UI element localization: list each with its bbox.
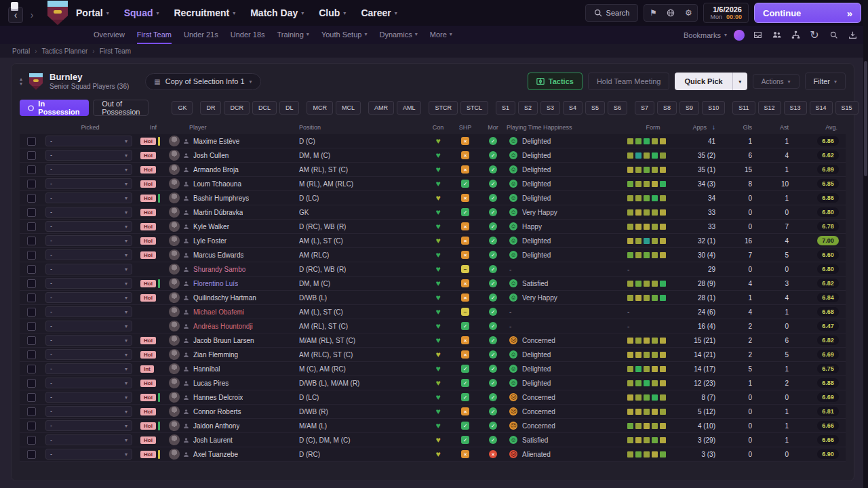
table-row[interactable]: -▾HolAxel TuanzebeD (RC)♥××☹Alienated3 (… (20, 447, 846, 462)
position-filter-s6[interactable]: S6 (608, 101, 627, 115)
actions-button[interactable]: Actions ▾ (753, 74, 800, 89)
header-shp[interactable]: SHP (451, 124, 479, 131)
gear-icon[interactable]: ⚙ (679, 5, 697, 21)
player-name[interactable]: Quilindschy Hartman (193, 294, 256, 302)
subnav-item-training[interactable]: Training▾ (277, 26, 309, 44)
table-row[interactable]: -▾HolQuilindschy HartmanD/WB (L)♥×✓☺Very… (20, 291, 846, 305)
header-player[interactable]: Player (169, 124, 299, 131)
search-button[interactable]: Search (585, 4, 639, 22)
row-checkbox[interactable] (27, 393, 36, 402)
player-name[interactable]: Lucas Pires (193, 380, 229, 387)
org-chart-icon[interactable] (789, 29, 802, 41)
position-filter-stcl[interactable]: STCL (460, 101, 488, 115)
header-happiness[interactable]: Playing Time Happiness (507, 124, 623, 131)
row-checkbox[interactable] (27, 422, 36, 430)
position-filter-aml[interactable]: AML (397, 101, 422, 115)
row-checkbox[interactable] (27, 336, 36, 345)
position-filter-s5[interactable]: S5 (585, 101, 605, 115)
position-filter-s13[interactable]: S13 (784, 101, 807, 115)
picked-dropdown[interactable]: -▾ (45, 306, 132, 317)
row-checkbox[interactable] (27, 237, 36, 245)
row-checkbox[interactable] (27, 194, 36, 203)
downloads-icon[interactable] (846, 29, 859, 41)
row-checkbox[interactable] (27, 165, 36, 174)
table-row[interactable]: -▾HolLucas PiresD/WB (L), M/AM (R)♥✓✓☺De… (20, 376, 846, 390)
player-name[interactable]: Kyle Walker (193, 223, 229, 230)
tab-out-of-possession[interactable]: Out of Possession (93, 100, 149, 116)
inbox-icon[interactable] (751, 29, 764, 41)
position-filter-mcl[interactable]: MCL (336, 101, 361, 115)
picked-dropdown[interactable]: -▾ (45, 221, 132, 232)
bookmarks-dropdown[interactable]: Bookmarks ▾ (684, 31, 727, 39)
nav-item-career[interactable]: Career▾ (361, 7, 397, 18)
table-row[interactable]: -▾HolJacob Bruun LarsenM/AM (RL), ST (C)… (20, 333, 846, 348)
table-row[interactable]: -▾HolKyle WalkerD (RC), WB (R)♥×✓☺Happy3… (20, 220, 846, 234)
row-checkbox[interactable] (27, 251, 36, 260)
header-gls[interactable]: Gls (726, 124, 763, 131)
table-row[interactable]: -▾Shurandy SamboD (RC), WB (R)♥−✓--29006… (20, 262, 846, 277)
position-filter-gk[interactable]: GK (172, 101, 193, 115)
picked-dropdown[interactable]: -▾ (45, 164, 132, 175)
row-checkbox[interactable] (27, 365, 36, 373)
continue-button[interactable]: Continue » (754, 3, 861, 23)
quick-pick-button[interactable]: Quick Pick ▾ (675, 73, 747, 90)
hold-team-meeting-button[interactable]: Hold Team Meeting (588, 73, 670, 90)
position-filter-dr[interactable]: DR (200, 101, 221, 115)
row-checkbox[interactable] (27, 222, 36, 231)
picked-dropdown[interactable]: -▾ (45, 192, 132, 203)
subnav-item-under-21s[interactable]: Under 21s (184, 26, 218, 44)
breadcrumb-item[interactable]: Tactics Planner (41, 47, 87, 55)
position-filter-s12[interactable]: S12 (758, 101, 781, 115)
row-checkbox[interactable] (27, 308, 36, 317)
player-name[interactable]: Martin Dúbravka (193, 209, 243, 216)
player-name[interactable]: Connor Roberts (193, 408, 241, 415)
header-avg[interactable]: Avg. (800, 124, 846, 131)
row-checkbox[interactable] (27, 322, 36, 331)
table-row[interactable]: -▾HolMaxime EstèveD (C)♥×✓☺Delighted4111… (20, 134, 846, 148)
position-filter-dcl[interactable]: DCL (252, 101, 277, 115)
row-checkbox[interactable] (27, 379, 36, 388)
player-name[interactable]: Hannibal (193, 365, 220, 373)
table-row[interactable]: -▾HolLyle FosterAM (L), ST (C)♥×✓☺Deligh… (20, 234, 846, 248)
row-checkbox[interactable] (27, 208, 36, 217)
tab-in-possession[interactable]: In Possession (20, 100, 89, 116)
picked-dropdown[interactable]: -▾ (45, 321, 132, 331)
player-name[interactable]: Andréas Hountondji (193, 323, 253, 330)
position-filter-stcr[interactable]: STCR (429, 101, 458, 115)
position-filter-s8[interactable]: S8 (657, 101, 677, 115)
nav-item-match-day[interactable]: Match Day▾ (250, 7, 304, 18)
table-row[interactable]: -▾HolConnor RobertsD/WB (R)♥×✓☹Concerned… (20, 405, 846, 419)
picked-dropdown[interactable]: -▾ (45, 434, 132, 445)
header-position[interactable]: Position (299, 124, 425, 131)
table-row[interactable]: -▾HolArmando BrojaAM (RL), ST (C)♥×✓☺Del… (20, 163, 846, 177)
table-row[interactable]: -▾HolJosh LaurentD (C), DM, M (C)♥✓✓☺Sat… (20, 433, 846, 447)
table-row[interactable]: -▾Andréas HountondjiAM (RL), ST (C)♥✓✓--… (20, 319, 846, 333)
header-inf[interactable]: Inf (138, 124, 169, 131)
row-checkbox[interactable] (27, 265, 36, 274)
sync-icon[interactable]: ↻ (808, 29, 821, 41)
breadcrumb-item[interactable]: Portal (12, 47, 30, 55)
globe-icon[interactable] (662, 5, 679, 21)
row-checkbox[interactable] (27, 350, 36, 359)
picked-dropdown[interactable]: -▾ (45, 335, 132, 346)
picked-dropdown[interactable]: -▾ (45, 363, 132, 374)
picked-dropdown[interactable]: -▾ (45, 264, 132, 274)
player-name[interactable]: Loum Tchaouna (193, 180, 241, 188)
row-checkbox[interactable] (27, 436, 36, 445)
filter-button[interactable]: Filter ▾ (805, 73, 846, 90)
position-filter-dcr[interactable]: DCR (224, 101, 250, 115)
position-filter-s15[interactable]: S15 (835, 101, 859, 115)
squad-icon[interactable] (770, 29, 783, 41)
table-row[interactable]: -▾HolLoum TchaounaM (RL), AM (RLC)♥✓✓☺De… (20, 177, 846, 191)
header-ast[interactable]: Ast (763, 124, 800, 131)
position-filter-s3[interactable]: S3 (540, 101, 560, 115)
scrollbar-thumb[interactable] (864, 61, 867, 176)
table-row[interactable]: -▾HolMarcus EdwardsAM (RLC)♥×✓☺Delighted… (20, 248, 846, 262)
row-checkbox[interactable] (27, 450, 36, 459)
subnav-item-youth-setup[interactable]: Youth Setup▾ (321, 26, 368, 44)
table-row[interactable]: -▾HolJaidon AnthonyM/AM (L)♥✓✓☹Concerned… (20, 419, 846, 433)
player-name[interactable]: Maxime Estève (193, 138, 239, 145)
player-name[interactable]: Michael Obafemi (193, 308, 244, 316)
header-apps[interactable]: Apps ↓ (683, 123, 726, 131)
table-row[interactable]: -▾HolJosh CullenDM, M (C)♥×✓☺Delighted35… (20, 148, 846, 163)
